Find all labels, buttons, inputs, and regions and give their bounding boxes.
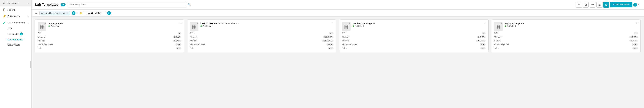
sidebar-sub-label: Labs xyxy=(8,27,12,30)
labs-label: Labs xyxy=(38,47,42,49)
filter-button[interactable]: ⊟ xyxy=(583,2,589,8)
cards-grid: ⓘ ▦ AwesomeVM Published CPU 1 xyxy=(32,17,644,108)
sidebar-scrollbar[interactable] xyxy=(30,61,31,68)
vms-label: Virtual Machines xyxy=(38,43,53,46)
info-icon[interactable]: ⓘ xyxy=(180,21,182,25)
more-button[interactable]: ••• xyxy=(590,2,596,8)
vms-value: 1 ☰ xyxy=(632,43,638,46)
published-dot xyxy=(353,25,354,27)
filter-close-icon[interactable]: ✕ xyxy=(66,12,68,14)
info-icon[interactable]: ⓘ xyxy=(636,21,638,25)
status-indicator-dot xyxy=(44,23,46,24)
storage-value: 70.0 GB xyxy=(476,40,486,42)
vms-row: Virtual Machines 2 ☰ xyxy=(342,43,486,46)
cpu-value: 1 xyxy=(178,32,181,34)
sidebar-sub-label: Lab Builder xyxy=(8,33,19,35)
search-input[interactable] xyxy=(68,2,187,7)
status-indicator-dot xyxy=(501,23,502,24)
memory-value: 120.3 GB xyxy=(323,36,334,38)
published-dot xyxy=(48,25,50,27)
cpu-row: CPU 49 xyxy=(190,32,334,34)
cpu-row: CPU 1 xyxy=(38,32,181,34)
lab-builder-badge: 1 xyxy=(20,32,23,35)
sidebar-item-dashboard[interactable]: ⊞ Dashboard › xyxy=(0,0,31,6)
published-dot xyxy=(505,25,506,27)
sidebar-item-lab-management[interactable]: 🧪 Lab Management ⌄ xyxy=(0,19,31,26)
card-header: ▦ My Lab Template Published xyxy=(494,22,638,31)
status-badge: Published xyxy=(353,25,376,27)
status-indicator-dot xyxy=(197,23,198,24)
status-label: Published xyxy=(202,25,212,27)
labs-row: Labs 0 ≡ xyxy=(38,47,181,49)
vms-value: 22 ☰ xyxy=(326,43,334,46)
grid-view-button[interactable]: ⊞ xyxy=(603,2,609,8)
info-icon[interactable]: ⓘ xyxy=(332,21,334,25)
cpu-label: CPU xyxy=(38,32,42,34)
storage-label: Storage xyxy=(342,40,349,42)
topbar: Lab Templates 26 🔍 ↻ ⊟ ••• ☰ ⊞ + CREATE … xyxy=(32,0,644,9)
search-icon: 🔍 xyxy=(188,3,191,6)
memory-row: Memory 8.0 GB xyxy=(342,36,486,38)
storage-row: Storage 0.0 GB xyxy=(38,40,181,42)
sidebar-item-entitlements[interactable]: 🔑 Entitlements › xyxy=(0,13,31,19)
vms-value: 2 ☰ xyxy=(480,43,486,46)
storage-value: 0.0 GB xyxy=(629,40,638,42)
card-title: CNBU-2019-04-CMP-Demo-Sand... xyxy=(200,22,239,25)
topbar-actions: ↻ ⊟ ••• ☰ ⊞ + CREATE NEW 4 ↖ xyxy=(576,2,640,8)
status-badge: Published xyxy=(48,25,63,27)
status-label: Published xyxy=(355,25,364,27)
filter-step-badge-2: 2 xyxy=(72,11,76,15)
filter-tag-account[interactable]: admin-edit-at-vmware.com ✕ xyxy=(39,11,70,15)
sidebar-sub-label: Lab Templates xyxy=(8,38,23,41)
status-badge: Published xyxy=(200,25,239,27)
cpu-row: CPU 1 xyxy=(494,32,638,34)
refresh-button[interactable]: ↻ xyxy=(576,2,582,8)
sidebar-item-reports[interactable]: 📋 Reports › xyxy=(0,6,31,13)
labs-label: Labs xyxy=(342,47,346,49)
reports-icon: 📋 xyxy=(3,8,6,11)
sidebar-item-lab-builder[interactable]: Lab Builder 1 xyxy=(0,31,31,37)
memory-row: Memory 120.3 GB xyxy=(190,36,334,38)
catalog-label: Default Catalog xyxy=(86,12,101,14)
catalog-dropdown[interactable]: Default Catalog ⌄ xyxy=(84,11,106,15)
create-new-button[interactable]: + CREATE NEW xyxy=(610,2,632,7)
card-title: AwesomeVM xyxy=(48,22,63,25)
chevron-right-icon: › xyxy=(28,9,28,11)
vms-row: Virtual Machines 1 ☰ xyxy=(494,43,638,46)
labs-row: Labs 0 ≡ xyxy=(342,47,486,49)
catalog-icon: 📁 xyxy=(79,12,82,14)
cursor-icon: ↖ xyxy=(638,3,640,7)
vms-label: Virtual Machines xyxy=(190,43,205,46)
cpu-value: 1 xyxy=(634,32,638,34)
filterbar: ☁ admin-edit-at-vmware.com ✕ 2 | 📁 Defau… xyxy=(32,9,644,17)
table-row: ⓘ ▦ My Lab Template Published CPU 1 xyxy=(491,19,640,52)
storage-label: Storage xyxy=(494,40,501,42)
filter-step-badge-3: 3 xyxy=(107,11,111,15)
published-dot xyxy=(200,25,202,27)
vms-value: 1 ☰ xyxy=(176,43,181,46)
main-content: Lab Templates 26 🔍 ↻ ⊟ ••• ☰ ⊞ + CREATE … xyxy=(32,0,644,108)
sidebar-item-labs[interactable]: Labs xyxy=(0,26,31,31)
dashboard-icon: ⊞ xyxy=(3,2,6,5)
sidebar-item-label: Entitlements xyxy=(8,15,20,17)
status-indicator-dot xyxy=(349,23,350,24)
sidebar-item-label: Dashboard xyxy=(8,2,18,4)
cpu-value: 2 xyxy=(482,32,486,34)
list-view-button[interactable]: ☰ xyxy=(596,2,602,8)
storage-row: Storage 0.0 GB xyxy=(494,40,638,42)
memory-value: 0.0 GB xyxy=(629,36,638,38)
sidebar: ⊞ Dashboard › 📋 Reports › 🔑 Entitlements… xyxy=(0,0,32,108)
memory-row: Memory 0.0 GB xyxy=(38,36,181,38)
storage-value: 1193.0 GB xyxy=(322,40,334,42)
table-row: ⓘ ▦ Docker Training Lab Published CPU 2 xyxy=(339,19,488,52)
card-title: My Lab Template xyxy=(505,22,524,25)
info-icon[interactable]: ⓘ xyxy=(484,21,486,25)
card-qr-thumbnail: ▦ xyxy=(38,22,46,31)
card-qr-thumbnail: ▦ xyxy=(494,22,503,31)
sidebar-item-lab-templates[interactable]: Lab Templates xyxy=(0,37,31,42)
lab-management-icon: 🧪 xyxy=(3,21,6,24)
vms-label: Virtual Machines xyxy=(494,43,509,46)
storage-label: Storage xyxy=(190,40,197,42)
chevron-right-icon: › xyxy=(28,15,28,17)
sidebar-item-cloud-media[interactable]: Cloud Media xyxy=(0,42,31,47)
